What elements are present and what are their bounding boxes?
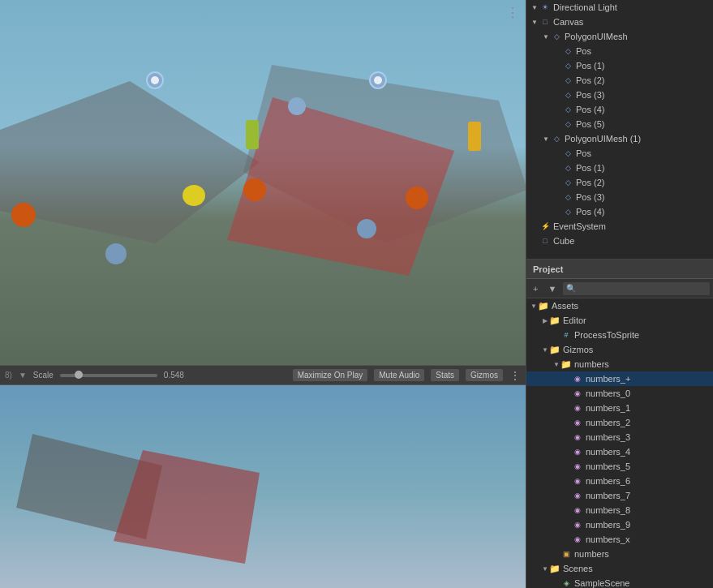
tree-icon-pos4: ◇ [562, 104, 573, 115]
proj-icon-numbers-root: ▣ [561, 548, 572, 560]
proj-label-numbers-0: numbers_0 [586, 388, 630, 398]
proj-label-process-to-sprite: ProcessToSprite [574, 330, 639, 340]
hierarchy-item-pos-b[interactable]: ◇Pos [526, 146, 713, 161]
hierarchy-item-pos[interactable]: ◇Pos [526, 44, 713, 58]
proj-icon-process-to-sprite: # [561, 329, 572, 341]
hierarchy-item-polygon-ui-mesh1[interactable]: ▼◇PolygonUIMesh (1) [526, 131, 713, 146]
hierarchy-item-pos2[interactable]: ◇Pos (2) [526, 73, 713, 88]
hierarchy-item-cube[interactable]: □Cube [526, 234, 713, 248]
hierarchy-item-pos4[interactable]: ◇Pos (4) [526, 102, 713, 117]
tree-arrow-pos1-b [552, 163, 562, 173]
project-item-numbers-8[interactable]: ◉numbers_8 [526, 503, 713, 517]
hierarchy-item-pos1-b[interactable]: ◇Pos (1) [526, 161, 713, 175]
proj-label-sample-scene: SampleScene [574, 578, 630, 588]
tree-icon-pos4-b: ◇ [562, 206, 573, 217]
tree-arrow-pos [552, 46, 562, 56]
hierarchy-item-pos4-b[interactable]: ◇Pos (4) [526, 204, 713, 219]
proj-arrow-numbers-7 [564, 491, 572, 500]
hierarchy-item-canvas[interactable]: ▼□Canvas [526, 15, 713, 29]
project-item-numbers-9[interactable]: ◉numbers_9 [526, 517, 713, 532]
project-item-numbers-7[interactable]: ◉numbers_7 [526, 488, 713, 503]
proj-label-numbers-2: numbers_2 [586, 418, 630, 427]
hierarchy-item-pos3[interactable]: ◇Pos (3) [526, 88, 713, 102]
project-item-gizmos[interactable]: ▼📁Gizmos [526, 342, 713, 357]
hierarchy-item-event-system[interactable]: ⚡EventSystem [526, 219, 713, 234]
hierarchy-item-pos1[interactable]: ◇Pos (1) [526, 58, 713, 73]
proj-icon-assets: 📁 [538, 300, 549, 311]
project-item-process-to-sprite[interactable]: #ProcessToSprite [526, 328, 713, 342]
project-item-numbers-root[interactable]: ▣numbers [526, 547, 713, 561]
char-orange-center [243, 178, 266, 201]
tree-icon-pos2-b: ◇ [562, 177, 573, 188]
hierarchy-item-polygon-ui-mesh[interactable]: ▼◇PolygonUIMesh [526, 29, 713, 44]
hierarchy-item-pos2-b[interactable]: ◇Pos (2) [526, 175, 713, 190]
char-blue-2 [369, 71, 387, 89]
proj-label-numbers-3: numbers_3 [586, 432, 630, 442]
project-add-button[interactable]: + [530, 283, 541, 294]
proj-icon-editor: 📁 [549, 315, 561, 326]
project-item-numbers-plus[interactable]: ◉numbers_+ [526, 371, 713, 386]
proj-arrow-numbers-x [564, 535, 572, 543]
project-item-numbers-5[interactable]: ◉numbers_5 [526, 459, 713, 474]
left-panel: ⋮ 8) ▼ Scale 0.548 Maximize On Play Mute… [0, 0, 526, 588]
tree-icon-canvas: □ [539, 16, 551, 28]
snake-yellow-1 [468, 122, 481, 151]
tree-label-canvas: Canvas [553, 17, 583, 27]
scene-view[interactable]: ⋮ [0, 0, 526, 365]
project-item-numbers-3[interactable]: ◉numbers_3 [526, 430, 713, 444]
project-item-numbers-2[interactable]: ◉numbers_2 [526, 415, 713, 430]
dropdown-arrow[interactable]: ▼ [19, 371, 27, 380]
tree-icon-pos1-b: ◇ [562, 162, 573, 174]
proj-label-numbers-plus: numbers_+ [586, 374, 630, 384]
stats-button[interactable]: Stats [431, 369, 459, 381]
scene-options-icon[interactable]: ⋮ [506, 5, 519, 20]
hierarchy-section: ▼☀Directional Light▼□Canvas▼◇PolygonUIMe… [526, 0, 713, 260]
project-item-numbers-x[interactable]: ◉numbers_x [526, 532, 713, 547]
tree-arrow-pos2 [552, 75, 562, 85]
tree-icon-pos3: ◇ [562, 89, 573, 101]
mute-audio-button[interactable]: Mute Audio [374, 369, 424, 381]
project-item-numbers-4[interactable]: ◉numbers_4 [526, 444, 713, 459]
tree-arrow-polygon-ui-mesh1: ▼ [541, 134, 551, 144]
hierarchy-item-pos3-b[interactable]: ◇Pos (3) [526, 190, 713, 204]
tree-arrow-directional-light: ▼ [530, 2, 539, 12]
proj-arrow-numbers-9 [564, 521, 572, 529]
char-blue-5 [357, 219, 376, 238]
proj-arrow-process-to-sprite [552, 331, 561, 339]
project-item-numbers-1[interactable]: ◉numbers_1 [526, 401, 713, 415]
gizmos-button[interactable]: Gizmos [466, 369, 503, 381]
project-item-assets[interactable]: ▼📁Assets [526, 298, 713, 313]
project-item-numbers-0[interactable]: ◉numbers_0 [526, 386, 713, 401]
proj-label-numbers-9: numbers_9 [586, 520, 630, 530]
project-item-numbers[interactable]: ▼📁numbers [526, 357, 713, 371]
tree-label-pos3: Pos (3) [576, 90, 604, 100]
project-item-sample-scene[interactable]: ◈SampleScene [526, 576, 713, 588]
project-search-input[interactable] [563, 282, 710, 295]
scale-value: 0.548 [164, 371, 184, 380]
char-blue-4 [288, 97, 306, 115]
proj-label-numbers-4: numbers_4 [586, 447, 630, 457]
tree-icon-pos5: ◇ [562, 118, 573, 130]
proj-arrow-numbers-plus [564, 375, 572, 383]
hierarchy-item-directional-light[interactable]: ▼☀Directional Light [526, 0, 713, 15]
project-menu-button[interactable]: ▼ [544, 283, 560, 294]
hierarchy-item-pos5[interactable]: ◇Pos (5) [526, 117, 713, 131]
project-item-editor[interactable]: ▶📁Editor [526, 313, 713, 328]
tree-label-pos2-b: Pos (2) [576, 178, 604, 187]
toolbar-more-icon[interactable]: ⋮ [509, 369, 521, 382]
tree-arrow-pos5 [552, 119, 562, 129]
game-view[interactable] [0, 384, 526, 588]
proj-arrow-numbers-0 [564, 389, 572, 397]
proj-label-numbers-5: numbers_5 [586, 461, 630, 471]
maximize-on-play-button[interactable]: Maximize On Play [293, 369, 368, 381]
scale-slider[interactable] [60, 374, 157, 377]
project-item-scenes[interactable]: ▼📁Scenes [526, 561, 713, 576]
game-scene-background [0, 385, 526, 588]
proj-arrow-sample-scene [552, 579, 561, 587]
proj-icon-numbers-8: ◉ [572, 504, 583, 516]
tree-icon-polygon-ui-mesh: ◇ [551, 31, 562, 42]
proj-label-numbers-1: numbers_1 [586, 403, 630, 413]
proj-label-editor: Editor [563, 315, 586, 325]
project-item-numbers-6[interactable]: ◉numbers_6 [526, 474, 713, 488]
pacman-1 [183, 185, 205, 206]
